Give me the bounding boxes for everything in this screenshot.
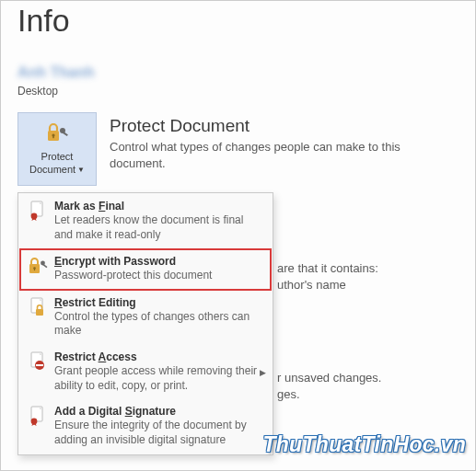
menu-item-lock-key[interactable]: Encrypt with PasswordPassword-protect th… [19, 248, 272, 291]
protect-section: Protect Document▼ Protect Document Contr… [1, 105, 475, 193]
watermark: ThuThuatTinHoc.vn [262, 432, 466, 457]
menu-item-title: Mark as Final [54, 200, 264, 213]
svg-rect-13 [36, 309, 43, 316]
background-text: uthor's name [277, 278, 346, 292]
document-restrict-icon [27, 350, 49, 372]
menu-item-document-signature[interactable]: Add a Digital SignatureEnsure the integr… [19, 399, 272, 454]
menu-item-document-seal[interactable]: Mark as FinalLet readers know the docume… [19, 194, 272, 248]
menu-item-title: Add a Digital Signature [54, 405, 264, 418]
menu-item-document-restrict[interactable]: Restrict AccessGrant people access while… [19, 345, 272, 399]
protect-document-button[interactable]: Protect Document▼ [17, 112, 97, 186]
protect-document-menu: Mark as FinalLet readers know the docume… [17, 192, 273, 455]
chevron-down-icon: ▼ [77, 166, 85, 174]
menu-item-title: Encrypt with Password [54, 255, 264, 268]
menu-item-title: Restrict Access [54, 350, 264, 363]
document-location: Desktop [1, 81, 475, 105]
menu-item-desc: Password-protect this document [54, 269, 264, 283]
background-text: r unsaved changes. [277, 371, 381, 385]
svg-rect-4 [63, 132, 68, 136]
svg-rect-9 [34, 269, 35, 271]
menu-item-desc: Grant people access while removing their… [54, 364, 264, 393]
background-text: are that it contains: [277, 261, 378, 275]
document-title: Anh Thanh [1, 44, 475, 81]
lock-key-icon [27, 255, 49, 276]
document-lock-icon [27, 296, 49, 317]
menu-item-desc: Ensure the integrity of the document by … [54, 419, 264, 447]
section-description: Control what types of changes people can… [110, 139, 432, 171]
menu-item-title: Restrict Editing [54, 296, 264, 309]
section-heading: Protect Document [110, 116, 432, 136]
menu-item-document-lock[interactable]: Restrict EditingControl the types of cha… [19, 291, 272, 345]
document-signature-icon [27, 405, 49, 426]
svg-rect-2 [52, 135, 54, 138]
menu-item-desc: Control the types of changes others can … [54, 310, 264, 339]
document-seal-icon [27, 200, 49, 221]
svg-rect-16 [36, 364, 43, 366]
lock-key-icon [44, 121, 70, 147]
chevron-right-icon: ▶ [260, 368, 266, 377]
page-title: Info [1, 1, 475, 44]
background-text: ges. [277, 387, 300, 401]
tile-label: Protect Document▼ [29, 151, 85, 177]
menu-item-desc: Let readers know the document is final a… [54, 213, 264, 242]
svg-rect-11 [43, 264, 48, 268]
